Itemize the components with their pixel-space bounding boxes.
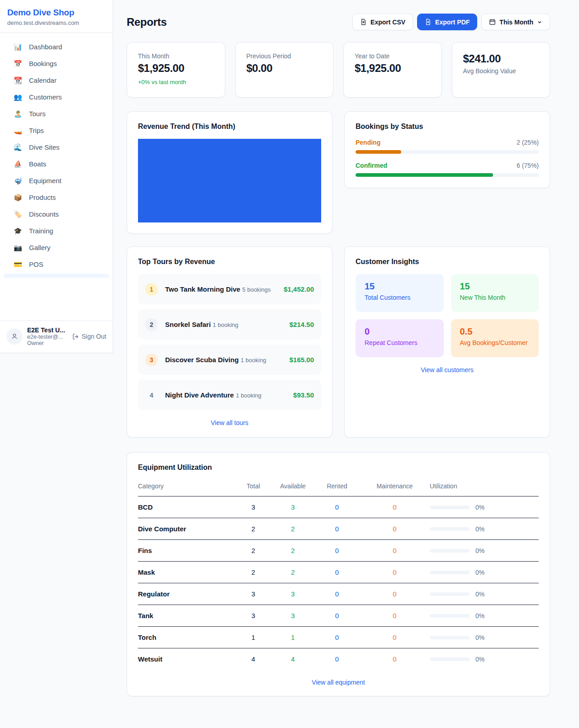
- sidebar-item-pos[interactable]: 💳POS: [4, 256, 109, 273]
- calendar-icon: [489, 19, 496, 25]
- tour-info: Discover Scuba Diving 1 booking: [165, 356, 266, 364]
- cell-category: Torch: [138, 627, 235, 648]
- sidebar-item-equipment[interactable]: 🤿Equipment: [4, 172, 109, 189]
- view-all-equipment-link[interactable]: View all equipment: [138, 679, 539, 686]
- calendar-icon: 📆: [14, 77, 22, 84]
- sidebar-item-dive-sites[interactable]: 🌊Dive Sites: [4, 139, 109, 156]
- sidebar-item-label: Customers: [29, 93, 62, 101]
- tour-row: 2 Snorkel Safari 1 booking $214.50: [138, 309, 321, 340]
- equipment-utilization-card: Equipment Utilization Category Total Ava…: [127, 452, 550, 696]
- cell-rented: 0: [314, 540, 360, 562]
- tour-name: Discover Scuba Diving: [165, 356, 239, 364]
- column-header-rented: Rented: [314, 479, 360, 496]
- view-all-customers-link[interactable]: View all customers: [356, 366, 539, 373]
- sidebar-item-customers[interactable]: 👥Customers: [4, 89, 109, 105]
- stat-card-year-to-date: Year to Date $1,925.00: [343, 42, 442, 98]
- sidebar-item-label: Dive Sites: [29, 143, 60, 151]
- sidebar-item-label: Calendar: [29, 76, 57, 84]
- cell-utilization: 0%: [430, 518, 539, 540]
- sidebar-item-products[interactable]: 📦Products: [4, 189, 109, 206]
- cell-utilization: 0%: [430, 583, 539, 605]
- tile-new-this-month: 15 New This Month: [451, 274, 539, 312]
- export-pdf-button[interactable]: Export PDF: [417, 14, 477, 30]
- sidebar-item-label: Discounts: [29, 210, 59, 218]
- utilization-percent: 0%: [475, 525, 484, 533]
- column-header-category: Category: [138, 479, 235, 496]
- header-actions: Export CSV Export PDF This Month: [352, 14, 550, 30]
- table-row: Torch 1 1 0 0 0%: [138, 627, 539, 648]
- cell-available: 2: [271, 540, 314, 562]
- sign-out-button[interactable]: Sign Out: [72, 333, 106, 340]
- sidebar-item-bookings[interactable]: 📅Bookings: [4, 55, 109, 72]
- cell-total: 1: [235, 627, 271, 648]
- sign-out-label: Sign Out: [82, 333, 106, 340]
- cell-category: Tank: [138, 605, 235, 627]
- sidebar-item-dashboard[interactable]: 📊Dashboard: [4, 38, 109, 55]
- graduation-cap-icon: 🎓: [14, 227, 22, 234]
- rank-badge: 2: [145, 318, 158, 331]
- stat-value: $1,925.00: [138, 62, 214, 75]
- top-tours-title: Top Tours by Revenue: [138, 258, 321, 266]
- user-name: E2E Test U...: [27, 326, 65, 334]
- cell-maintenance: 0: [360, 540, 430, 562]
- tour-row: 4 Night Dive Adventure 1 booking $93.50: [138, 380, 321, 410]
- cell-rented: 0: [314, 518, 360, 540]
- rank-badge: 1: [145, 283, 158, 296]
- table-row: Regulator 3 3 0 0 0%: [138, 583, 539, 605]
- equipment-table: Category Total Available Rented Maintena…: [138, 479, 539, 670]
- sidebar-item-tours[interactable]: 🏝️Tours: [4, 105, 109, 122]
- utilization-track: [430, 592, 470, 596]
- column-header-total: Total: [235, 479, 271, 496]
- status-count: 6 (75%): [517, 162, 539, 169]
- stat-delta: +0% vs last month: [138, 79, 214, 85]
- sidebar-item-training[interactable]: 🎓Training: [4, 222, 109, 239]
- sidebar-item-gallery[interactable]: 📷Gallery: [4, 239, 109, 256]
- utilization-percent: 0%: [475, 591, 484, 598]
- stat-label: Previous Period: [247, 52, 323, 60]
- sidebar-item-label: Tours: [29, 110, 46, 118]
- progress-fill: [356, 173, 493, 177]
- view-all-tours-link[interactable]: View all tours: [138, 419, 321, 426]
- sidebar-item-boats[interactable]: ⛵Boats: [4, 156, 109, 172]
- bookings-by-status-title: Bookings by Status: [356, 123, 539, 131]
- progress-fill: [356, 150, 401, 154]
- bookings-by-status-card: Bookings by Status Pending 2 (25%) Confi…: [344, 111, 550, 188]
- revenue-trend-bar: [138, 139, 321, 222]
- tour-bookings: 1 booking: [213, 321, 238, 328]
- period-dropdown[interactable]: This Month: [481, 14, 550, 30]
- tour-info: Snorkel Safari 1 booking: [165, 321, 238, 329]
- sidebar-item-calendar[interactable]: 📆Calendar: [4, 72, 109, 89]
- utilization-track: [430, 571, 470, 574]
- progress-track: [356, 173, 539, 177]
- revenue-trend-card: Revenue Trend (This Month): [127, 111, 332, 234]
- sidebar-nav: 📊Dashboard 📅Bookings 📆Calendar 👥Customer…: [0, 33, 113, 278]
- cell-category: Mask: [138, 562, 235, 583]
- cell-maintenance: 0: [360, 648, 430, 670]
- cell-utilization: 0%: [430, 605, 539, 627]
- speedboat-icon: 🚤: [14, 127, 22, 134]
- chevron-down-icon: [537, 19, 542, 25]
- column-header-utilization: Utilization: [430, 479, 539, 496]
- utilization-track: [430, 506, 470, 509]
- status-row-pending: Pending 2 (25%): [356, 139, 539, 154]
- sidebar-item-reports-partial[interactable]: [4, 274, 109, 278]
- equipment-utilization-title: Equipment Utilization: [138, 463, 539, 472]
- sidebar-item-trips[interactable]: 🚤Trips: [4, 122, 109, 139]
- cell-utilization: 0%: [430, 496, 539, 518]
- cell-utilization: 0%: [430, 627, 539, 648]
- sidebar-item-label: POS: [29, 260, 43, 268]
- stat-label: This Month: [138, 52, 214, 60]
- utilization-percent: 0%: [475, 634, 484, 641]
- package-icon: 📦: [14, 194, 22, 201]
- tour-info: Night Dive Adventure 1 booking: [165, 391, 261, 399]
- sidebar-item-discounts[interactable]: 🏷️Discounts: [4, 206, 109, 222]
- tour-amount: $93.50: [293, 391, 314, 399]
- cell-utilization: 0%: [430, 648, 539, 670]
- export-csv-button[interactable]: Export CSV: [352, 14, 413, 30]
- customer-insights-card: Customer Insights 15 Total Customers 15 …: [344, 246, 550, 438]
- utilization-percent: 0%: [475, 612, 484, 619]
- tour-name: Snorkel Safari: [165, 321, 211, 328]
- user-info: E2E Test U... e2e-tester@... Owner: [27, 326, 65, 346]
- person-icon: [10, 332, 19, 340]
- utilization-percent: 0%: [475, 504, 484, 511]
